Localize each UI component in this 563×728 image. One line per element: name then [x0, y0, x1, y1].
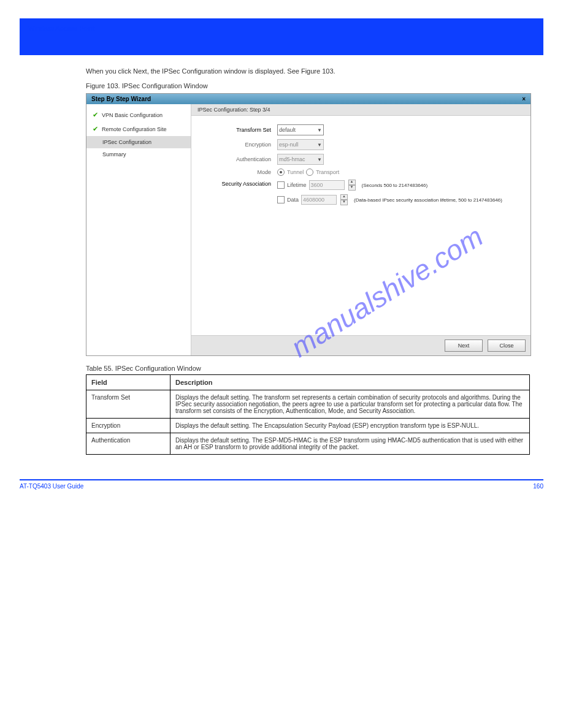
chevron-down-icon: ▼ — [317, 127, 322, 133]
data-checkbox[interactable] — [277, 196, 285, 203]
data-input[interactable]: 4608000 — [301, 195, 337, 205]
banner-left: Wireless Access Point — [20, 18, 543, 38]
table-row: Transform Set Displays the default setti… — [86, 390, 530, 419]
check-icon: ✔ — [93, 125, 98, 133]
encryption-label: Encryption — [197, 142, 277, 148]
intro-text: When you click Next, the IPSec Configura… — [86, 67, 477, 75]
data-label: Data — [287, 197, 299, 203]
footer-left: AT-TQ5403 User Guide — [20, 483, 83, 490]
data-hint: (Data-based IPsec security association l… — [354, 197, 502, 203]
step-header: IPSec Configuration: Step 3/4 — [191, 104, 530, 116]
next-button[interactable]: Next — [445, 339, 483, 352]
chevron-down-icon: ▼ — [317, 157, 322, 162]
lifetime-hint: (Seconds 500 to 2147483646) — [362, 183, 428, 188]
table-caption: Table 55. IPSec Configuration Window — [86, 365, 477, 372]
data-spinner[interactable]: ▲▼ — [340, 194, 348, 205]
check-icon: ✔ — [93, 111, 98, 119]
footer-right: 160 — [533, 483, 543, 490]
radio-transport — [306, 169, 313, 176]
transform-label: Transform Set — [197, 127, 277, 133]
close-icon[interactable]: × — [522, 96, 526, 102]
form-area: Transform Set default ▼ Encryption esp-n… — [191, 116, 530, 335]
th-desc: Description — [170, 375, 530, 390]
header-banner: Wireless Access Point — [20, 18, 543, 55]
auth-label: Authentication — [197, 156, 277, 162]
sidebar-item-remote-config[interactable]: ✔ Remote Configuration Site — [86, 122, 191, 136]
wizard-titlebar: Step By Step Wizard × — [86, 94, 530, 104]
wizard-title: Step By Step Wizard — [91, 96, 151, 102]
mode-label: Mode — [197, 169, 277, 175]
sidebar-item-ipsec[interactable]: IPSec Configuration — [86, 136, 191, 148]
mode-radio-group: Tunnel Transport — [277, 169, 339, 176]
table-row: Authentication Displays the default sett… — [86, 433, 530, 455]
radio-tunnel — [277, 169, 285, 176]
wizard-footer: Next Close — [191, 335, 530, 355]
auth-select: md5-hmac ▼ — [277, 154, 324, 165]
wizard-main: IPSec Configuration: Step 3/4 Transform … — [191, 104, 530, 355]
transform-select[interactable]: default ▼ — [277, 124, 324, 135]
description-table: Field Description Transform Set Displays… — [86, 374, 530, 455]
chevron-down-icon: ▼ — [317, 142, 322, 148]
page-footer: AT-TQ5403 User Guide 160 — [20, 479, 543, 490]
lifetime-input[interactable]: 3600 — [309, 180, 345, 190]
close-button[interactable]: Close — [488, 339, 526, 352]
figure-caption: Figure 103. IPSec Configuration Window — [86, 82, 477, 89]
wizard-dialog: Step By Step Wizard × ✔ VPN Basic Config… — [86, 93, 531, 356]
table-row: Encryption Displays the default setting.… — [86, 419, 530, 433]
sidebar-item-vpn-basic[interactable]: ✔ VPN Basic Configuration — [86, 108, 191, 122]
wizard-sidebar: ✔ VPN Basic Configuration ✔ Remote Confi… — [86, 104, 191, 355]
lifetime-label: Lifetime — [287, 182, 307, 188]
lifetime-checkbox[interactable] — [277, 181, 285, 189]
sidebar-item-summary[interactable]: Summary — [86, 148, 191, 161]
th-field: Field — [86, 375, 170, 390]
encryption-select: esp-null ▼ — [277, 139, 324, 150]
sa-label: Security Association — [197, 180, 277, 187]
lifetime-spinner[interactable]: ▲▼ — [348, 180, 356, 191]
